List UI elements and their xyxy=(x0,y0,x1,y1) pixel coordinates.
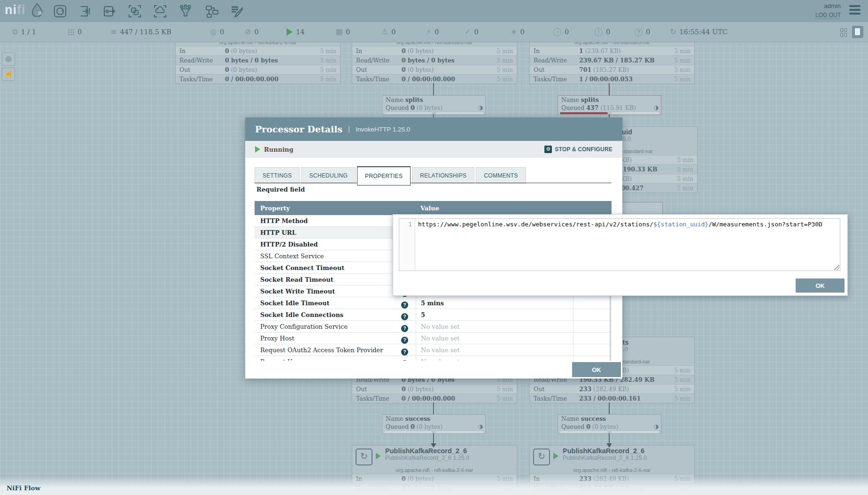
template-icon[interactable] xyxy=(205,4,219,18)
gear-icon: ⚙ xyxy=(544,146,552,153)
connection-name: splits xyxy=(405,96,423,103)
connection-arrow-icon xyxy=(431,443,436,448)
processor-type-icon: ↻ xyxy=(533,449,550,465)
processor-stat-row: Out233 (282.49 KB)5 min xyxy=(530,384,694,394)
dialog-ok-button[interactable]: OK xyxy=(572,362,621,377)
processor-stat-row: Out0 (0 bytes)5 min xyxy=(352,65,517,74)
url-prefix: https://www.pegelonline.wsv.de/webservic… xyxy=(418,221,653,228)
queued-label: Queued xyxy=(561,423,586,430)
property-name: HTTP Method? xyxy=(255,217,416,224)
property-value[interactable]: 5 mins xyxy=(416,297,573,309)
input-port-icon[interactable] xyxy=(78,4,92,18)
status-value: 0 xyxy=(606,28,610,36)
processor-stat-row: Read/Write0 bytes / 0 bytes5 min xyxy=(352,55,517,65)
connection-queue-label[interactable]: Name successQueued 0 (0 bytes)◑ xyxy=(382,414,486,434)
processor-type-icon: ↻ xyxy=(356,449,372,465)
processor-icon[interactable] xyxy=(53,4,67,18)
dialog-subtitle: InvokeHTTP 1.25.0 xyxy=(356,126,410,133)
connection-line[interactable] xyxy=(433,402,434,414)
status-value: 0 xyxy=(474,28,478,36)
status-item: 14 xyxy=(287,22,304,42)
process-group-icon[interactable] xyxy=(128,4,142,18)
status-value: 0 xyxy=(391,28,395,36)
property-value[interactable]: No value set xyxy=(416,356,573,361)
load-balance-icon: ◑ xyxy=(654,104,659,112)
global-menu-icon[interactable] xyxy=(849,5,860,16)
property-value[interactable]: No value set xyxy=(416,344,573,356)
queued-size: (0 bytes) xyxy=(415,104,443,111)
processor-name: PublishKafkaRecord_2_6 xyxy=(385,447,469,455)
connection-line[interactable] xyxy=(433,83,434,95)
queued-size: (0 bytes) xyxy=(590,423,619,430)
help-icon[interactable]: ? xyxy=(401,325,408,332)
status-item: ◎0 xyxy=(210,22,224,42)
tab-comments[interactable]: COMMENTS xyxy=(476,167,526,184)
drop-icon xyxy=(31,3,44,17)
connection-queue-label[interactable]: Name splitsQueued 0 (0 bytes)◑ xyxy=(382,95,486,115)
property-row[interactable]: Socket Idle Connections?5 xyxy=(255,309,612,321)
editor-ok-button[interactable]: OK xyxy=(796,278,845,293)
resize-handle-icon[interactable] xyxy=(834,265,839,270)
help-icon[interactable]: ? xyxy=(401,302,408,309)
breadcrumb[interactable]: NiFi Flow xyxy=(7,484,40,492)
run-status-icon xyxy=(553,453,558,459)
queued-count: 0 xyxy=(411,423,415,430)
load-balance-icon: ◑ xyxy=(478,423,483,431)
grid-view-icon[interactable] xyxy=(840,28,847,35)
connection-queue-label[interactable]: Name successQueued 0 (0 bytes)◑ xyxy=(558,414,661,434)
value-editor[interactable]: 1 https://www.pegelonline.wsv.de/webserv… xyxy=(399,218,840,271)
label-icon[interactable] xyxy=(230,4,244,18)
help-icon[interactable]: ? xyxy=(401,313,408,320)
connection-line[interactable] xyxy=(609,402,610,414)
status-value: 16:55:44 UTC xyxy=(679,28,728,36)
remote-process-group-icon[interactable] xyxy=(153,4,167,18)
property-name: SSL Context Service? xyxy=(255,253,416,260)
dialog-status-row: Running ⚙ STOP & CONFIGURE xyxy=(245,141,622,158)
stop-and-configure-button[interactable]: ⚙ STOP & CONFIGURE xyxy=(544,146,612,153)
connection-queue-label[interactable]: Name splitsQueued 437 (115.91 KB)◑ xyxy=(558,95,661,115)
help-icon[interactable]: ? xyxy=(401,348,408,356)
property-row[interactable]: Request OAuth2 Access Token Provider?No … xyxy=(255,344,612,356)
bulletin-board-icon[interactable] xyxy=(852,26,863,38)
tab-settings[interactable]: SETTINGS xyxy=(255,167,300,184)
property-value[interactable]: No value set xyxy=(416,333,573,344)
processor-stat-row: Read/Write239.67 KB / 185.27 KB5 min xyxy=(530,55,694,65)
status-item: ⚡0 xyxy=(426,22,439,42)
processor-name: PublishKafkaRecord_2_6 xyxy=(563,447,647,455)
connection-line[interactable] xyxy=(609,433,610,443)
property-column-header: Property xyxy=(255,205,416,212)
help-icon[interactable]: ? xyxy=(401,360,408,361)
tab-scheduling[interactable]: SCHEDULING xyxy=(301,167,356,184)
connection-line[interactable] xyxy=(609,83,610,95)
tab-relationships[interactable]: RELATIONSHIPS xyxy=(412,167,474,184)
operate-palette-button[interactable]: ☝ xyxy=(2,68,15,81)
load-balance-icon: ◑ xyxy=(478,104,483,112)
refresh-icon: ↻ xyxy=(670,28,676,36)
help-icon[interactable]: ? xyxy=(401,337,408,344)
connection-name: success xyxy=(581,415,606,422)
tab-properties[interactable]: PROPERTIES xyxy=(357,166,411,186)
property-row[interactable]: Request Username?No value set xyxy=(255,356,612,361)
property-value[interactable]: No value set xyxy=(416,321,573,332)
queued-count: 0 xyxy=(586,423,590,430)
property-row[interactable]: Proxy Configuration Service?No value set xyxy=(255,321,612,333)
output-port-icon[interactable] xyxy=(103,4,117,18)
property-value[interactable]: 5 xyxy=(416,309,573,320)
connection-line[interactable] xyxy=(433,433,434,443)
nifi-screen: ↻org.apache.nifi - nifi-kafka-2-6-narIn0… xyxy=(0,0,868,495)
funnel-icon[interactable] xyxy=(178,4,193,18)
logout-link[interactable]: LOG OUT xyxy=(815,12,841,19)
property-row[interactable]: Socket Idle Timeout?5 mins xyxy=(255,297,612,309)
logo-text-fi: fi xyxy=(17,3,26,17)
value-editor-popup: 1 https://www.pegelonline.wsv.de/webserv… xyxy=(393,214,848,296)
property-row[interactable]: Proxy Host?No value set xyxy=(255,333,612,344)
run-status-icon xyxy=(376,453,381,459)
locally-modified-icon: ∗ xyxy=(511,28,517,36)
processor-stat-row: Tasks/Time233 / 00:00:00.1615 min xyxy=(530,394,694,403)
editor-code-line[interactable]: https://www.pegelonline.wsv.de/webservic… xyxy=(415,219,840,271)
property-row-filler xyxy=(573,321,612,332)
processor-stat-row: Tasks/Time1 / 00:00:00.0535 min xyxy=(530,74,694,84)
property-name: Request Username? xyxy=(255,358,416,361)
stopped-icon xyxy=(336,29,342,35)
navigate-palette-button[interactable]: ◎ xyxy=(2,53,15,66)
